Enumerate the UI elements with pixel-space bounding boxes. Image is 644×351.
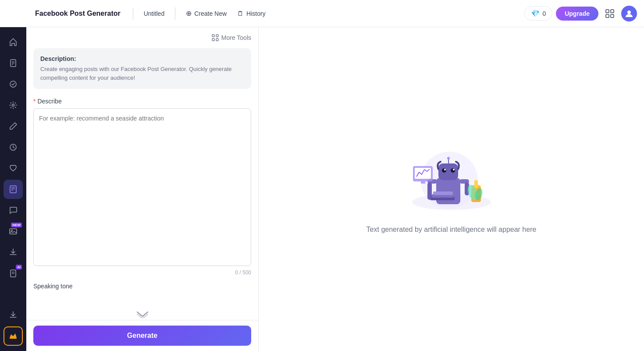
right-panel: Text generated by artificial intelligenc…: [259, 27, 644, 351]
svg-rect-48: [433, 191, 453, 195]
ai-placeholder-text: Text generated by artificial intelligenc…: [366, 226, 537, 234]
create-new-label: Create New: [194, 10, 227, 17]
sidebar: NEW AI: [0, 27, 26, 351]
history-button[interactable]: 🗒 History: [232, 6, 271, 21]
sidebar-item-heart[interactable]: [4, 159, 23, 178]
svg-rect-29: [438, 163, 458, 180]
svg-point-32: [444, 169, 446, 170]
required-star: *: [33, 98, 36, 105]
svg-point-17: [11, 230, 13, 231]
generate-button[interactable]: Generate: [33, 326, 251, 346]
svg-rect-25: [216, 39, 218, 41]
history-label: History: [246, 10, 266, 17]
sidebar-item-doc-special[interactable]: AI: [4, 264, 23, 283]
svg-rect-23: [216, 35, 218, 37]
header-actions: 💎 0 Upgrade: [524, 6, 637, 21]
credits-badge: 💎 0: [524, 6, 552, 21]
description-title: Description:: [40, 55, 244, 62]
scroll-chevron: [136, 311, 149, 320]
sidebar-item-document[interactable]: [4, 53, 23, 73]
svg-point-10: [12, 104, 14, 106]
svg-point-33: [453, 169, 455, 170]
grid-icon-button[interactable]: [602, 6, 618, 21]
svg-rect-3: [611, 14, 614, 18]
svg-rect-22: [212, 35, 214, 37]
sidebar-item-settings[interactable]: [4, 96, 23, 115]
svg-rect-21: [10, 338, 17, 339]
describe-label: * Describe: [33, 98, 251, 105]
crown-button[interactable]: [4, 326, 23, 346]
svg-rect-2: [606, 14, 609, 18]
left-panel-scroll: More Tools Description: Create engaging …: [26, 27, 258, 320]
svg-rect-42: [421, 181, 425, 184]
svg-point-31: [451, 168, 455, 173]
speaking-tone-label: Speaking tone: [33, 283, 251, 290]
description-card: Description: Create engaging posts with …: [33, 48, 251, 89]
create-new-button[interactable]: ⊕ Create New: [181, 6, 232, 21]
svg-rect-24: [212, 39, 214, 41]
more-tools-row[interactable]: More Tools: [33, 34, 251, 41]
describe-textarea[interactable]: [33, 108, 251, 266]
sidebar-item-chat[interactable]: [4, 201, 23, 220]
sidebar-bottom: [4, 305, 23, 346]
describe-field-label: Describe: [37, 98, 61, 105]
svg-rect-12: [10, 186, 16, 193]
sidebar-item-home[interactable]: [4, 32, 23, 52]
more-tools-label: More Tools: [221, 34, 251, 41]
svg-rect-45: [474, 180, 478, 188]
sidebar-item-check[interactable]: [4, 74, 23, 94]
svg-rect-16: [10, 229, 17, 234]
sidebar-item-article[interactable]: [4, 180, 23, 199]
history-icon: 🗒: [237, 10, 244, 17]
app-title: Facebook Post Generator: [35, 10, 121, 18]
sidebar-item-download-bottom[interactable]: [4, 305, 23, 325]
diamond-icon: 💎: [531, 9, 540, 18]
header-divider-2: [175, 7, 175, 20]
sidebar-item-pen[interactable]: [4, 117, 23, 136]
left-panel: More Tools Description: Create engaging …: [26, 27, 259, 351]
sidebar-item-download[interactable]: [4, 243, 23, 262]
svg-point-30: [442, 168, 446, 173]
sidebar-item-image-new[interactable]: NEW: [4, 222, 23, 241]
main-layout: NEW AI: [0, 27, 644, 351]
header: Facebook Post Generator Untitled ⊕ Creat…: [0, 0, 644, 27]
robot-illustration: [403, 145, 500, 215]
credits-count: 0: [542, 10, 546, 17]
header-divider: [133, 7, 133, 20]
upgrade-button[interactable]: Upgrade: [556, 7, 598, 21]
svg-point-4: [627, 11, 631, 14]
user-avatar[interactable]: [621, 6, 637, 21]
tab-untitled[interactable]: Untitled: [139, 7, 170, 21]
svg-rect-41: [415, 168, 431, 179]
svg-rect-0: [606, 10, 609, 13]
svg-rect-1: [611, 10, 614, 13]
plus-circle-icon: ⊕: [186, 9, 192, 18]
description-text: Create engaging posts with our Facebook …: [40, 65, 244, 82]
svg-point-35: [447, 157, 450, 160]
generate-bar: Generate: [26, 320, 258, 351]
char-count: 0 / 500: [33, 269, 251, 276]
sidebar-item-history[interactable]: [4, 138, 23, 157]
